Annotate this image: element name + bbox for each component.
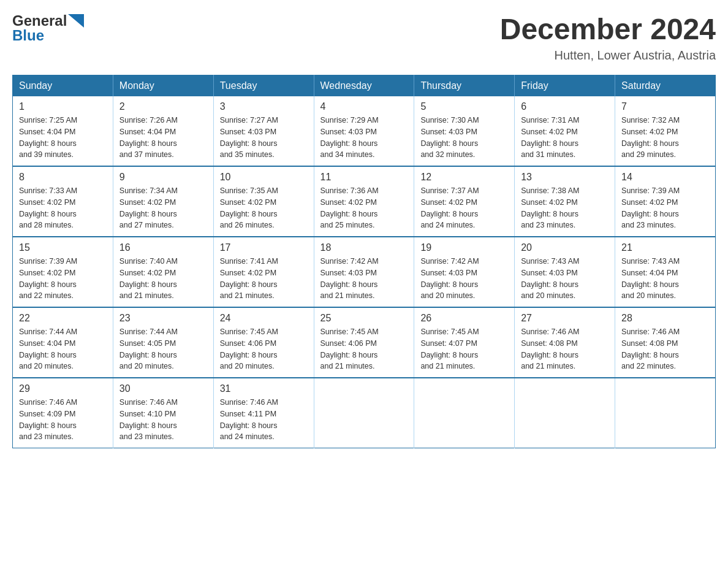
calendar-cell: 18Sunrise: 7:42 AMSunset: 4:03 PMDayligh…	[314, 237, 414, 307]
header-saturday: Saturday	[615, 75, 716, 97]
calendar-cell: 1Sunrise: 7:25 AMSunset: 4:04 PMDaylight…	[13, 96, 113, 166]
day-info: Sunrise: 7:46 AMSunset: 4:08 PMDaylight:…	[621, 326, 709, 372]
header-wednesday: Wednesday	[314, 75, 414, 97]
day-info: Sunrise: 7:40 AMSunset: 4:02 PMDaylight:…	[119, 256, 207, 302]
week-row-3: 15Sunrise: 7:39 AMSunset: 4:02 PMDayligh…	[13, 237, 716, 307]
day-info: Sunrise: 7:34 AMSunset: 4:02 PMDaylight:…	[119, 185, 207, 231]
day-info: Sunrise: 7:32 AMSunset: 4:02 PMDaylight:…	[621, 115, 709, 161]
calendar-cell: 14Sunrise: 7:39 AMSunset: 4:02 PMDayligh…	[615, 166, 716, 237]
day-number: 5	[420, 101, 508, 112]
calendar-cell	[414, 378, 515, 448]
header-sunday: Sunday	[13, 75, 113, 97]
day-info: Sunrise: 7:42 AMSunset: 4:03 PMDaylight:…	[320, 256, 408, 302]
day-number: 14	[621, 172, 709, 183]
logo: General Blue	[12, 12, 84, 44]
day-info: Sunrise: 7:46 AMSunset: 4:09 PMDaylight:…	[19, 397, 107, 443]
day-info: Sunrise: 7:46 AMSunset: 4:10 PMDaylight:…	[119, 397, 207, 443]
day-number: 28	[621, 313, 709, 324]
day-number: 29	[19, 383, 107, 394]
day-number: 26	[420, 313, 508, 324]
calendar-cell: 11Sunrise: 7:36 AMSunset: 4:02 PMDayligh…	[314, 166, 414, 237]
day-info: Sunrise: 7:42 AMSunset: 4:03 PMDaylight:…	[420, 256, 508, 302]
day-info: Sunrise: 7:26 AMSunset: 4:04 PMDaylight:…	[119, 115, 207, 161]
day-info: Sunrise: 7:41 AMSunset: 4:02 PMDaylight:…	[220, 256, 308, 302]
week-row-2: 8Sunrise: 7:33 AMSunset: 4:02 PMDaylight…	[13, 166, 716, 237]
day-info: Sunrise: 7:33 AMSunset: 4:02 PMDaylight:…	[19, 185, 107, 231]
week-row-4: 22Sunrise: 7:44 AMSunset: 4:04 PMDayligh…	[13, 307, 716, 378]
calendar-cell: 8Sunrise: 7:33 AMSunset: 4:02 PMDaylight…	[13, 166, 113, 237]
day-number: 30	[119, 383, 207, 394]
day-info: Sunrise: 7:46 AMSunset: 4:11 PMDaylight:…	[220, 397, 308, 443]
calendar-cell: 2Sunrise: 7:26 AMSunset: 4:04 PMDaylight…	[113, 96, 213, 166]
day-number: 23	[119, 313, 207, 324]
day-info: Sunrise: 7:44 AMSunset: 4:05 PMDaylight:…	[119, 326, 207, 372]
day-number: 9	[119, 172, 207, 183]
day-number: 20	[521, 242, 609, 253]
day-number: 12	[420, 172, 508, 183]
calendar-cell: 17Sunrise: 7:41 AMSunset: 4:02 PMDayligh…	[213, 237, 314, 307]
day-number: 24	[220, 313, 308, 324]
calendar-cell	[314, 378, 414, 448]
day-info: Sunrise: 7:29 AMSunset: 4:03 PMDaylight:…	[320, 115, 408, 161]
day-info: Sunrise: 7:45 AMSunset: 4:07 PMDaylight:…	[420, 326, 508, 372]
day-number: 21	[621, 242, 709, 253]
calendar-cell	[615, 378, 716, 448]
calendar-cell: 31Sunrise: 7:46 AMSunset: 4:11 PMDayligh…	[213, 378, 314, 448]
day-info: Sunrise: 7:43 AMSunset: 4:03 PMDaylight:…	[521, 256, 609, 302]
calendar-cell: 26Sunrise: 7:45 AMSunset: 4:07 PMDayligh…	[414, 307, 515, 378]
day-number: 18	[320, 242, 408, 253]
calendar-cell: 7Sunrise: 7:32 AMSunset: 4:02 PMDaylight…	[615, 96, 716, 166]
day-number: 17	[220, 242, 308, 253]
calendar-cell: 25Sunrise: 7:45 AMSunset: 4:06 PMDayligh…	[314, 307, 414, 378]
calendar-cell: 29Sunrise: 7:46 AMSunset: 4:09 PMDayligh…	[13, 378, 113, 448]
day-info: Sunrise: 7:38 AMSunset: 4:02 PMDaylight:…	[521, 185, 609, 231]
day-number: 13	[521, 172, 609, 183]
day-info: Sunrise: 7:30 AMSunset: 4:03 PMDaylight:…	[420, 115, 508, 161]
day-info: Sunrise: 7:46 AMSunset: 4:08 PMDaylight:…	[521, 326, 609, 372]
day-number: 19	[420, 242, 508, 253]
day-number: 22	[19, 313, 107, 324]
calendar-cell: 12Sunrise: 7:37 AMSunset: 4:02 PMDayligh…	[414, 166, 515, 237]
day-number: 8	[19, 172, 107, 183]
day-number: 1	[19, 101, 107, 112]
calendar-cell: 16Sunrise: 7:40 AMSunset: 4:02 PMDayligh…	[113, 237, 213, 307]
day-info: Sunrise: 7:27 AMSunset: 4:03 PMDaylight:…	[220, 115, 308, 161]
day-number: 31	[220, 383, 308, 394]
calendar-table: SundayMondayTuesdayWednesdayThursdayFrid…	[12, 75, 716, 448]
calendar-cell: 20Sunrise: 7:43 AMSunset: 4:03 PMDayligh…	[515, 237, 615, 307]
day-number: 27	[521, 313, 609, 324]
calendar-cell: 24Sunrise: 7:45 AMSunset: 4:06 PMDayligh…	[213, 307, 314, 378]
day-info: Sunrise: 7:39 AMSunset: 4:02 PMDaylight:…	[19, 256, 107, 302]
header-tuesday: Tuesday	[213, 75, 314, 97]
day-number: 7	[621, 101, 709, 112]
day-info: Sunrise: 7:43 AMSunset: 4:04 PMDaylight:…	[621, 256, 709, 302]
day-number: 16	[119, 242, 207, 253]
calendar-cell: 9Sunrise: 7:34 AMSunset: 4:02 PMDaylight…	[113, 166, 213, 237]
day-info: Sunrise: 7:44 AMSunset: 4:04 PMDaylight:…	[19, 326, 107, 372]
svg-marker-0	[68, 14, 84, 28]
day-info: Sunrise: 7:37 AMSunset: 4:02 PMDaylight:…	[420, 185, 508, 231]
calendar-cell: 15Sunrise: 7:39 AMSunset: 4:02 PMDayligh…	[13, 237, 113, 307]
calendar-cell: 27Sunrise: 7:46 AMSunset: 4:08 PMDayligh…	[515, 307, 615, 378]
header-row: SundayMondayTuesdayWednesdayThursdayFrid…	[13, 75, 716, 97]
calendar-cell: 30Sunrise: 7:46 AMSunset: 4:10 PMDayligh…	[113, 378, 213, 448]
calendar-cell: 6Sunrise: 7:31 AMSunset: 4:02 PMDaylight…	[515, 96, 615, 166]
day-info: Sunrise: 7:36 AMSunset: 4:02 PMDaylight:…	[320, 185, 408, 231]
calendar-cell: 10Sunrise: 7:35 AMSunset: 4:02 PMDayligh…	[213, 166, 314, 237]
logo-blue: Blue	[12, 27, 44, 44]
calendar-cell: 21Sunrise: 7:43 AMSunset: 4:04 PMDayligh…	[615, 237, 716, 307]
logo-icon	[68, 14, 84, 28]
calendar-cell: 23Sunrise: 7:44 AMSunset: 4:05 PMDayligh…	[113, 307, 213, 378]
week-row-1: 1Sunrise: 7:25 AMSunset: 4:04 PMDaylight…	[13, 96, 716, 166]
day-info: Sunrise: 7:45 AMSunset: 4:06 PMDaylight:…	[220, 326, 308, 372]
calendar-cell: 13Sunrise: 7:38 AMSunset: 4:02 PMDayligh…	[515, 166, 615, 237]
day-info: Sunrise: 7:35 AMSunset: 4:02 PMDaylight:…	[220, 185, 308, 231]
month-year-title: December 2024	[500, 12, 716, 46]
calendar-cell: 22Sunrise: 7:44 AMSunset: 4:04 PMDayligh…	[13, 307, 113, 378]
calendar-cell	[515, 378, 615, 448]
title-section: December 2024 Hutten, Lower Austria, Aus…	[500, 12, 716, 63]
day-number: 10	[220, 172, 308, 183]
header-monday: Monday	[113, 75, 213, 97]
page-header: General Blue December 2024 Hutten, Lower…	[12, 12, 716, 63]
location-subtitle: Hutten, Lower Austria, Austria	[500, 48, 716, 63]
